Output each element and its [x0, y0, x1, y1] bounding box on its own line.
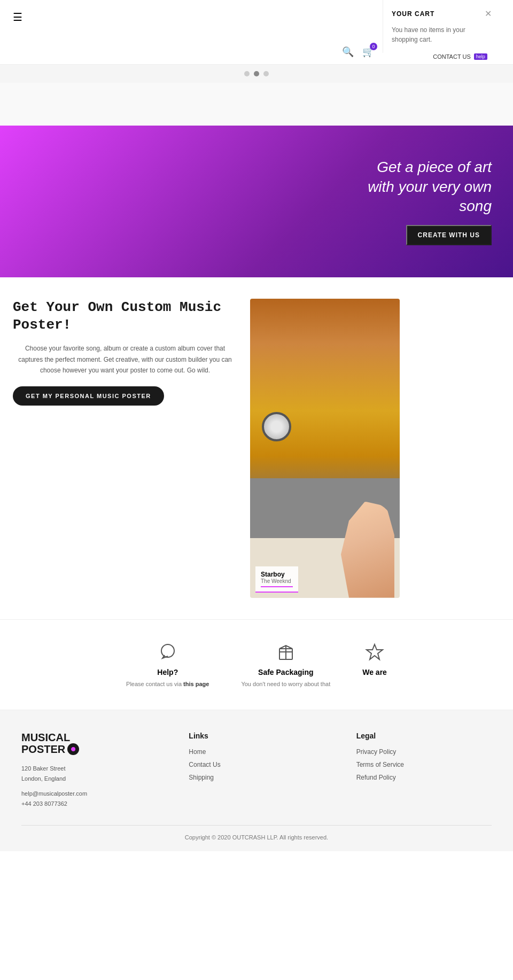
feature-help: Help? Please contact us via this page	[126, 641, 209, 689]
slider-dot-3[interactable]	[263, 71, 269, 76]
feature-packaging: Safe Packaging You don't need to worry a…	[241, 641, 330, 689]
box-icon	[275, 641, 297, 663]
svg-point-0	[161, 644, 174, 657]
footer-links-section: Links Home Contact Us Shipping	[189, 732, 324, 809]
footer-legal-section: Legal Privacy Policy Terms of Service Re…	[356, 732, 492, 809]
poster-label-artist: The Weeknd	[261, 578, 293, 584]
feature-help-desc: Please contact us via this page	[126, 680, 209, 689]
help-badge: help	[474, 53, 487, 60]
chat-icon	[157, 641, 178, 663]
feature-star: We are	[362, 641, 387, 689]
feature-packaging-desc: You don't need to worry about that	[241, 680, 330, 689]
footer: MUSICAL POSTER 120 Baker Street London, …	[0, 710, 513, 851]
contact-us-link[interactable]: CONTACT US	[433, 53, 471, 60]
star-icon	[364, 641, 385, 663]
hero-title: Get a piece of art with your very own so…	[368, 158, 492, 216]
footer-street: 120 Baker Street	[21, 764, 157, 774]
footer-legal-terms[interactable]: Terms of Service	[356, 759, 492, 769]
section-desc: Choose your favorite song, album or crea…	[13, 343, 237, 376]
main-content: Get Your Own Custom Music Poster! Choose…	[0, 277, 513, 619]
cart-empty-message: You have no items in your shopping cart.	[392, 25, 492, 44]
footer-copyright: Copyright © 2020 OUTCRASH LLP. All right…	[21, 825, 492, 841]
footer-email: help@musicalposter.com	[21, 789, 157, 799]
footer-legal-list: Privacy Policy Terms of Service Refund P…	[356, 746, 492, 782]
footer-city: London, England	[21, 774, 157, 784]
footer-logo-line2-row: POSTER	[21, 743, 157, 755]
footer-logo-line1: MUSICAL	[21, 732, 157, 743]
footer-link-shipping[interactable]: Shipping	[189, 772, 324, 782]
content-right: Starboy The Weeknd ✕ ≡	[250, 299, 400, 598]
search-icon[interactable]: 🔍	[342, 46, 354, 58]
content-left: Get Your Own Custom Music Poster! Choose…	[13, 299, 237, 406]
features-section: Help? Please contact us via this page Sa…	[0, 619, 513, 711]
hero-title-line1: Get a piece of art	[377, 159, 492, 175]
header-icon-row: 🔍 🛒 0	[342, 46, 374, 58]
footer-logo: MUSICAL POSTER	[21, 732, 157, 755]
poster-label: Starboy The Weeknd	[255, 566, 298, 593]
poster-label-title: Starboy	[261, 571, 293, 578]
this-page-link[interactable]: this page	[183, 681, 209, 687]
header: ☰ BUY NOW HOT SHIPPING MUSICAL POSTER TR…	[0, 0, 513, 65]
footer-link-home[interactable]: Home	[189, 746, 324, 756]
hero-title-line3: song	[459, 198, 492, 214]
footer-logo-line2: POSTER	[21, 743, 65, 755]
hero-spacer	[0, 83, 513, 126]
hero-cta-button[interactable]: CREATE WITH US	[406, 225, 492, 245]
footer-phone: +44 203 8077362	[21, 799, 157, 809]
feature-star-title: We are	[362, 668, 387, 676]
section-title: Get Your Own Custom Music Poster!	[13, 299, 237, 335]
footer-legal-refund[interactable]: Refund Policy	[356, 772, 492, 782]
slider-dots	[0, 65, 513, 83]
hamburger-menu[interactable]: ☰	[13, 11, 22, 24]
hero-banner: Get a piece of art with your very own so…	[0, 126, 513, 277]
footer-legal-title: Legal	[356, 732, 492, 740]
cart-header: YOUR CART ✕	[392, 9, 492, 19]
footer-top: MUSICAL POSTER 120 Baker Street London, …	[21, 732, 492, 809]
poster-mockup: Starboy The Weeknd ✕ ≡	[250, 299, 400, 598]
cart-title: YOUR CART	[392, 10, 434, 18]
feature-packaging-title: Safe Packaging	[258, 668, 314, 676]
svg-marker-2	[367, 644, 383, 659]
footer-address: 120 Baker Street London, England help@mu…	[21, 764, 157, 809]
slider-dot-2[interactable]	[254, 71, 259, 76]
poster-accent-line	[261, 586, 293, 587]
cart-panel: YOUR CART ✕ You have no items in your sh…	[383, 0, 500, 53]
hero-text-block: Get a piece of art with your very own so…	[368, 158, 492, 245]
contact-row: CONTACT US help	[433, 53, 487, 60]
footer-legal-privacy[interactable]: Privacy Policy	[356, 746, 492, 756]
personal-poster-cta-button[interactable]: GET MY PERSONAL MUSIC POSTER	[13, 386, 164, 406]
footer-links-title: Links	[189, 732, 324, 740]
cart-close-button[interactable]: ✕	[485, 9, 492, 19]
hero-title-line2: with your very own	[368, 178, 492, 195]
feature-help-title: Help?	[157, 668, 178, 676]
footer-vinyl-icon	[67, 743, 79, 755]
cart-icon[interactable]: 🛒 0	[362, 46, 374, 58]
slider-dot-1[interactable]	[244, 71, 250, 76]
cart-count: 0	[370, 43, 377, 50]
footer-link-list: Home Contact Us Shipping	[189, 746, 324, 782]
footer-logo-section: MUSICAL POSTER 120 Baker Street London, …	[21, 732, 157, 809]
footer-link-contact[interactable]: Contact Us	[189, 759, 324, 769]
